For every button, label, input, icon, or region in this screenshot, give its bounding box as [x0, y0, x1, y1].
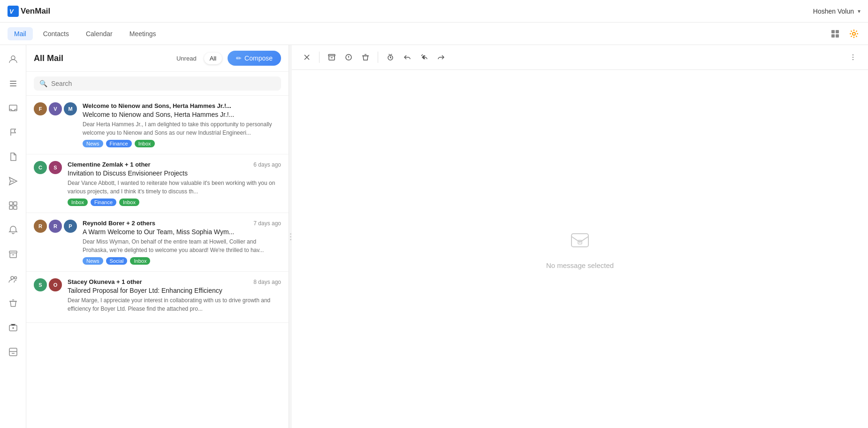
settings-icon[interactable]	[847, 27, 860, 40]
mail-item[interactable]: C S Clementine Zemlak + 1 other 6 days a…	[26, 154, 289, 213]
mail-panel-header: All Mail Unread All ✏ Compose	[26, 45, 289, 72]
svg-rect-10	[10, 85, 16, 86]
user-menu-chevron[interactable]: ▾	[858, 8, 860, 15]
mail-subject: A Warm Welcome to Our Team, Miss Sophia …	[83, 228, 281, 236]
forward-button[interactable]	[434, 50, 449, 65]
mail-panel: All Mail Unread All ✏ Compose 🔍 F	[26, 45, 289, 428]
mail-panel-title: All Mail	[34, 54, 165, 63]
sidebar-delete-icon[interactable]	[5, 319, 22, 336]
avatar: C	[34, 161, 47, 174]
sidebar-trash-icon[interactable]	[5, 295, 22, 312]
sidebar-flag-icon[interactable]	[5, 124, 22, 141]
svg-point-25	[853, 59, 853, 60]
nav-right-icons	[829, 27, 860, 40]
search-input[interactable]	[51, 80, 275, 87]
tag-inbox: Inbox	[135, 140, 155, 147]
tag-news: News	[83, 140, 103, 147]
svg-rect-19	[9, 348, 17, 356]
mail-sender: Stacey Okuneva + 1 other	[68, 278, 142, 285]
resize-dots	[290, 233, 291, 240]
delete-button[interactable]	[358, 50, 373, 65]
nav-item-calendar[interactable]: Calendar	[79, 27, 119, 40]
mail-item[interactable]: S O Stacey Okuneva + 1 other 8 days ago …	[26, 272, 289, 323]
more-button[interactable]	[845, 50, 860, 65]
toolbar-divider	[319, 52, 320, 63]
mail-item[interactable]: F V M Welcome to Nienow and Sons, Herta …	[26, 96, 289, 154]
avatars: R R P	[34, 220, 77, 233]
compose-button[interactable]: ✏ Compose	[228, 51, 281, 66]
search-icon: 🔍	[39, 80, 47, 87]
svg-rect-8	[10, 81, 16, 82]
svg-text:V: V	[9, 8, 14, 15]
avatar: P	[64, 220, 77, 233]
mail-item-top: Welcome to Nienow and Sons, Herta Hammes…	[83, 102, 281, 109]
reply-all-button[interactable]	[417, 50, 432, 65]
resize-dot	[290, 236, 291, 237]
mail-sender: Reynold Borer + 2 others	[83, 220, 155, 227]
layout-icon[interactable]	[829, 27, 842, 40]
svg-rect-9	[10, 83, 16, 84]
topbar-left: V VenMail	[8, 6, 50, 17]
sidebar-bell-icon[interactable]	[5, 222, 22, 238]
main-layout: All Mail Unread All ✏ Compose 🔍 F	[0, 45, 868, 428]
filter-tab-all[interactable]: All	[204, 53, 222, 64]
sidebar-file-icon[interactable]	[5, 148, 22, 165]
tag-finance: Finance	[106, 140, 132, 147]
reply-button[interactable]	[400, 50, 415, 65]
mail-time: 8 days ago	[253, 279, 281, 285]
svg-rect-12	[14, 202, 17, 205]
mail-subject: Welcome to Nienow and Sons, Herta Hammes…	[83, 111, 281, 118]
snooze-button[interactable]	[383, 50, 398, 65]
toolbar-divider	[378, 52, 378, 63]
tag-social: Social	[106, 257, 128, 265]
mail-item-header: C S Clementine Zemlak + 1 other 6 days a…	[34, 161, 281, 206]
mail-item-body: Stacey Okuneva + 1 other 8 days ago Tail…	[68, 278, 281, 316]
close-button[interactable]	[299, 50, 314, 65]
mail-time: 6 days ago	[253, 161, 281, 168]
mail-subject: Invitation to Discuss Envisioneer Projec…	[68, 169, 281, 177]
compose-label: Compose	[244, 54, 273, 62]
mail-item-top: Reynold Borer + 2 others 7 days ago	[83, 220, 281, 227]
mail-item-body: Clementine Zemlak + 1 other 6 days ago I…	[68, 161, 281, 206]
mail-item-top: Stacey Okuneva + 1 other 8 days ago	[68, 278, 281, 285]
filter-tab-unread[interactable]: Unread	[171, 53, 202, 64]
svg-rect-15	[9, 251, 17, 253]
avatar: V	[49, 102, 62, 115]
sidebar-send-icon[interactable]	[5, 173, 22, 190]
sidebar-user-icon[interactable]	[5, 51, 22, 68]
sidebar-archive-icon[interactable]	[5, 246, 22, 263]
svg-rect-14	[14, 206, 17, 209]
sidebar-grid-icon[interactable]	[5, 197, 22, 214]
mail-item[interactable]: R R P Reynold Borer + 2 others 7 days ag…	[26, 213, 289, 272]
sidebar-drawer-icon[interactable]	[5, 344, 22, 360]
sidebar	[0, 45, 26, 428]
mail-preview: Dear Vance Abbott, I wanted to reiterate…	[68, 179, 281, 196]
avatars: S O	[34, 278, 62, 291]
right-toolbar	[292, 45, 868, 70]
right-panel: No message selected	[292, 45, 868, 428]
spam-button[interactable]	[341, 50, 356, 65]
nav-item-mail[interactable]: Mail	[8, 27, 33, 40]
nav-item-contacts[interactable]: Contacts	[37, 27, 76, 40]
sidebar-inbox-icon[interactable]	[5, 99, 22, 116]
sidebar-contacts-icon[interactable]	[5, 270, 22, 287]
svg-rect-2	[831, 30, 835, 33]
logo-icon: V	[8, 6, 19, 17]
svg-rect-3	[836, 30, 839, 33]
compose-edit-icon: ✏	[236, 54, 242, 62]
avatar: O	[49, 278, 62, 291]
search-bar: 🔍	[26, 72, 289, 96]
tag-finance: Finance	[91, 199, 116, 206]
archive-button[interactable]	[324, 50, 339, 65]
tags: Inbox Finance Inbox	[68, 199, 281, 206]
resize-dot	[290, 239, 291, 240]
search-input-wrap: 🔍	[34, 76, 281, 91]
tag-inbox: Inbox	[119, 199, 139, 206]
sidebar-list-icon[interactable]	[5, 75, 22, 92]
nav-item-meetings[interactable]: Meetings	[123, 27, 163, 40]
filter-tabs: Unread All	[171, 53, 222, 64]
mail-preview: Dear Marge, I appreciate your interest i…	[68, 296, 281, 313]
svg-rect-11	[9, 202, 13, 205]
svg-rect-5	[836, 34, 839, 38]
avatar: M	[64, 102, 77, 115]
